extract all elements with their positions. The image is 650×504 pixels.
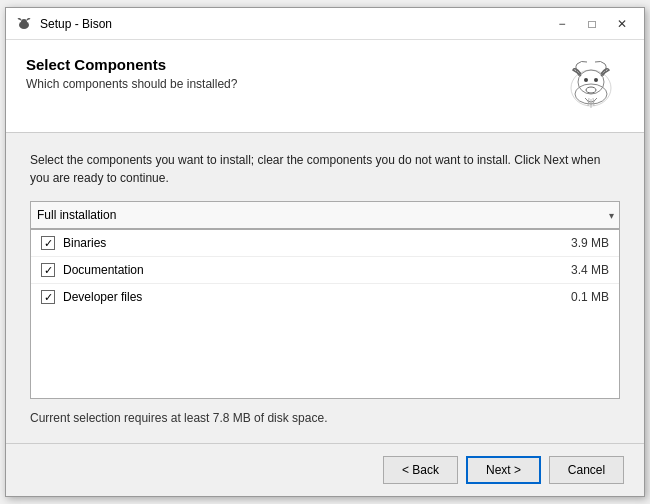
- disk-space-text: Current selection requires at least 7.8 …: [30, 411, 620, 425]
- developer-files-size: 0.1 MB: [571, 290, 609, 304]
- components-list: Binaries 3.9 MB Documentation 3.4 MB Dev…: [30, 229, 620, 399]
- binaries-size: 3.9 MB: [571, 236, 609, 250]
- documentation-label: Documentation: [63, 263, 571, 277]
- svg-point-7: [586, 87, 596, 93]
- footer: < Back Next > Cancel: [6, 443, 644, 496]
- binaries-label: Binaries: [63, 236, 571, 250]
- binaries-checkbox[interactable]: [41, 236, 55, 250]
- app-icon: [14, 14, 34, 34]
- page-subtitle: Which components should be installed?: [26, 77, 554, 91]
- header-section: Select Components Which components shoul…: [6, 40, 644, 133]
- documentation-checkbox[interactable]: [41, 263, 55, 277]
- window-title: Setup - Bison: [40, 17, 548, 31]
- titlebar: Setup - Bison − □ ✕: [6, 8, 644, 40]
- svg-point-1: [21, 19, 27, 25]
- documentation-size: 3.4 MB: [571, 263, 609, 277]
- developer-files-checkbox[interactable]: [41, 290, 55, 304]
- maximize-button[interactable]: □: [578, 13, 606, 35]
- list-item[interactable]: Developer files 0.1 MB: [31, 284, 619, 310]
- installation-select[interactable]: Full installation Compact installation C…: [30, 201, 620, 229]
- bison-logo: [554, 56, 624, 116]
- minimize-button[interactable]: −: [548, 13, 576, 35]
- setup-window: Setup - Bison − □ ✕ Select Components Wh…: [5, 7, 645, 497]
- svg-line-10: [593, 98, 594, 106]
- list-item[interactable]: Documentation 3.4 MB: [31, 257, 619, 284]
- next-button[interactable]: Next >: [466, 456, 541, 484]
- page-title: Select Components: [26, 56, 554, 73]
- header-text: Select Components Which components shoul…: [26, 56, 554, 91]
- svg-line-8: [588, 98, 589, 106]
- installation-type-dropdown[interactable]: Full installation Compact installation C…: [30, 201, 620, 229]
- window-controls: − □ ✕: [548, 13, 636, 35]
- list-item[interactable]: Binaries 3.9 MB: [31, 230, 619, 257]
- cancel-button[interactable]: Cancel: [549, 456, 624, 484]
- back-button[interactable]: < Back: [383, 456, 458, 484]
- svg-point-6: [594, 78, 598, 82]
- content-section: Select the components you want to instal…: [6, 133, 644, 443]
- developer-files-label: Developer files: [63, 290, 571, 304]
- close-button[interactable]: ✕: [608, 13, 636, 35]
- svg-point-3: [578, 70, 604, 94]
- description-text: Select the components you want to instal…: [30, 151, 620, 187]
- svg-point-5: [584, 78, 588, 82]
